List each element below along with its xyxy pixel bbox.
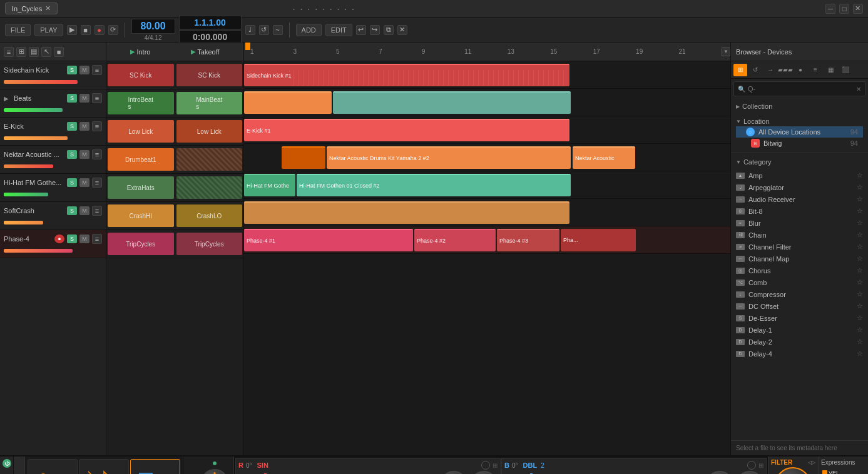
bpm-display[interactable]: 80.00 bbox=[131, 19, 175, 34]
mod-cell-2[interactable]: →→ bbox=[79, 459, 129, 474]
category-amp[interactable]: ▲ Amp ☆ bbox=[731, 169, 868, 181]
category-delay1[interactable]: D Delay-1 ☆ bbox=[731, 324, 868, 336]
osc-b-knob-1[interactable] bbox=[706, 471, 733, 474]
mod-cell-1[interactable]: →→ bbox=[28, 459, 78, 474]
arrange-track-phase4[interactable]: Phase-4 #1 Phase-4 #2 Phase-4 #3 Pha... bbox=[244, 226, 730, 254]
compressor-star[interactable]: ☆ bbox=[857, 290, 863, 298]
pos-display[interactable]: 1.1.1.00 bbox=[179, 16, 242, 29]
all-device-locations[interactable]: ○ All Device Locations 94 bbox=[736, 126, 863, 138]
clip-drumbeat1[interactable]: Drumbeat1 bbox=[108, 148, 174, 171]
clip-beats-2[interactable] bbox=[333, 91, 571, 114]
mute-nektar[interactable]: M bbox=[79, 150, 89, 159]
clip-nektar-2[interactable]: Nektar Acoustic bbox=[573, 146, 635, 169]
filter-arrows[interactable]: ◁▷ bbox=[808, 460, 815, 465]
channel-filter-star[interactable]: ☆ bbox=[857, 243, 863, 251]
stop-small-icon[interactable]: ■ bbox=[54, 47, 64, 57]
clip-phase4-4[interactable]: Pha... bbox=[561, 229, 636, 251]
clip-crashlo[interactable]: CrashLO bbox=[176, 204, 243, 227]
solo-phase4[interactable]: S bbox=[67, 234, 77, 243]
arrange-track-beats[interactable] bbox=[244, 89, 730, 116]
category-bit8[interactable]: 8 Bit-8 ☆ bbox=[731, 205, 868, 217]
browser-tab-monitor[interactable]: ⬛ bbox=[839, 64, 852, 76]
clip-tripcycles-1[interactable]: TripCycles bbox=[108, 233, 174, 255]
cursor-icon[interactable]: ↖ bbox=[41, 47, 51, 57]
clip-lowlick-2[interactable]: Low Lick bbox=[176, 120, 243, 143]
comb-star[interactable]: ☆ bbox=[857, 278, 863, 286]
record-icon[interactable]: ● bbox=[94, 25, 105, 35]
metronome-icon[interactable]: ♩ bbox=[245, 25, 255, 35]
clip-phase4-3[interactable]: Phase-4 #3 bbox=[497, 229, 559, 251]
bit8-star[interactable]: ☆ bbox=[857, 207, 863, 215]
maximize-button[interactable]: □ bbox=[839, 4, 849, 14]
arp-star[interactable]: ☆ bbox=[857, 183, 863, 191]
clip-phase4-2[interactable]: Phase-4 #2 bbox=[414, 229, 496, 251]
browser-tab-plugins[interactable]: ▰▰▰ bbox=[779, 64, 792, 76]
arrange-track-nektar[interactable]: Nektar Acoustic Drums Kit Yamaha 2 #2 Ne… bbox=[244, 144, 730, 171]
settings-phase4[interactable]: ≡ bbox=[92, 234, 102, 244]
clip-introbeats[interactable]: IntroBeats bbox=[108, 92, 174, 114]
solo-softcrash[interactable]: S bbox=[67, 206, 77, 215]
settings-hihat[interactable]: ≡ bbox=[92, 178, 102, 188]
clip-tripcycles-2[interactable]: TripCycles bbox=[176, 233, 243, 255]
copy-icon[interactable]: ⧉ bbox=[384, 25, 394, 35]
category-dc-offset[interactable]: ─ DC Offset ☆ bbox=[731, 300, 868, 312]
pitch-knob[interactable] bbox=[201, 469, 228, 474]
arrange-track-ekick[interactable]: E-Kick #1 bbox=[244, 116, 730, 144]
category-compressor[interactable]: ↓ Compressor ☆ bbox=[731, 288, 868, 300]
auto-icon[interactable]: ~ bbox=[273, 25, 283, 35]
record-phase4[interactable]: ● bbox=[54, 234, 64, 243]
mute-beats[interactable]: M bbox=[79, 94, 89, 103]
osc-r-knob-2[interactable] bbox=[470, 471, 498, 474]
delay4-star[interactable]: ☆ bbox=[857, 350, 863, 358]
grid-view-icon[interactable]: ⊞ bbox=[16, 47, 26, 57]
mute-softcrash[interactable]: M bbox=[79, 206, 89, 215]
category-chain[interactable]: ⛓ Chain ☆ bbox=[731, 229, 868, 241]
project-tab-close[interactable]: ✕ bbox=[45, 4, 51, 13]
category-arpeggiator[interactable]: ♩ Arpeggiator ☆ bbox=[731, 181, 868, 193]
clip-beats-1[interactable] bbox=[244, 91, 332, 114]
arrange-track-softcrash[interactable] bbox=[244, 199, 730, 226]
clip-lowlick-1[interactable]: Low Lick bbox=[108, 120, 174, 143]
settings-sidechain[interactable]: ≡ bbox=[92, 65, 102, 75]
solo-sidechain[interactable]: S bbox=[67, 66, 77, 74]
browser-tab-packages[interactable]: ▦ bbox=[824, 64, 837, 76]
edit-button[interactable]: EDIT bbox=[325, 24, 352, 36]
takeoff-scene[interactable]: ▶ Takeoff bbox=[191, 48, 219, 56]
collection-toggle[interactable]: ▶ Collection bbox=[736, 101, 863, 111]
expr-vel[interactable]: VEL bbox=[821, 468, 865, 474]
clip-phase4-1[interactable]: Phase-4 #1 bbox=[244, 229, 413, 251]
time-display[interactable]: 0:00.000 bbox=[179, 30, 242, 44]
arrange-icon[interactable]: ▤ bbox=[29, 47, 39, 57]
arrange-track-sidechain[interactable]: Sidechain Kick #1 bbox=[244, 61, 730, 89]
delay2-star[interactable]: ☆ bbox=[857, 338, 863, 346]
search-clear[interactable]: ✕ bbox=[856, 86, 861, 93]
mod-cell-3[interactable]: →→ bbox=[130, 459, 180, 474]
stop-icon[interactable]: ■ bbox=[81, 25, 91, 35]
de-esser-star[interactable]: ☆ bbox=[857, 314, 863, 322]
osc-r-led[interactable] bbox=[481, 461, 490, 470]
file-button[interactable]: FILE bbox=[5, 24, 31, 36]
clip-softcrash-1[interactable] bbox=[244, 201, 569, 224]
category-audio-receiver[interactable]: → Audio Receiver ☆ bbox=[731, 193, 868, 205]
mute-sidechain[interactable]: M bbox=[79, 66, 89, 74]
loop-icon[interactable]: ⟳ bbox=[108, 25, 118, 35]
clip-hihat-empty[interactable] bbox=[176, 176, 243, 199]
solo-ekick[interactable]: S bbox=[67, 122, 77, 131]
browser-tab-clips[interactable]: ≡ bbox=[809, 64, 822, 76]
project-tab[interactable]: In_Cycles ✕ bbox=[5, 3, 58, 14]
clip-mainbeats[interactable]: MainBeats bbox=[176, 92, 243, 114]
solo-nektar[interactable]: S bbox=[67, 150, 77, 159]
clip-crashi[interactable]: CrashHI bbox=[108, 204, 174, 227]
play-icon[interactable]: ▶ bbox=[67, 25, 77, 35]
clip-extrahats[interactable]: ExtraHats bbox=[108, 176, 174, 199]
play-button[interactable]: PLAY bbox=[34, 24, 63, 36]
clip-nektar-empty[interactable] bbox=[176, 148, 243, 171]
clip-sc-kick-1[interactable]: SC Kick bbox=[108, 64, 174, 86]
channel-map-star[interactable]: ☆ bbox=[857, 255, 863, 263]
filter-knob[interactable] bbox=[775, 467, 811, 474]
category-toggle[interactable]: ▼ Category bbox=[736, 157, 863, 167]
add-button[interactable]: ADD bbox=[296, 24, 322, 36]
power-icon[interactable]: ⏻ bbox=[3, 459, 11, 468]
settings-beats[interactable]: ≡ bbox=[92, 93, 102, 103]
close-button[interactable]: ✕ bbox=[853, 4, 863, 14]
